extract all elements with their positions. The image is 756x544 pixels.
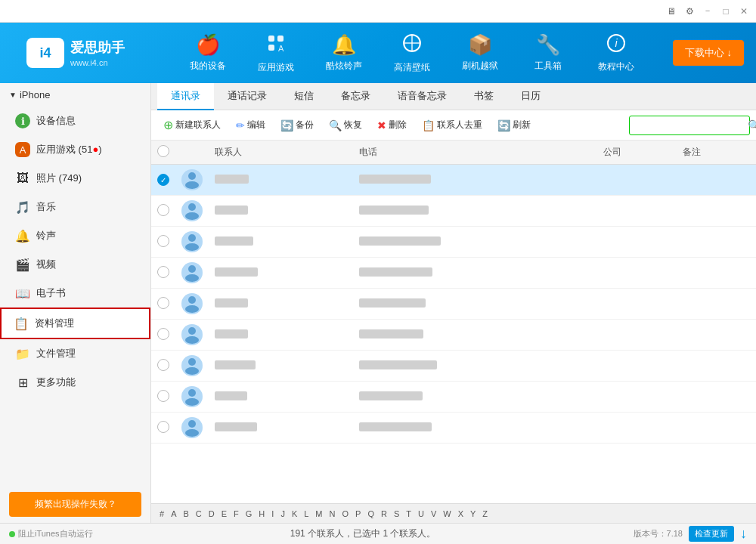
sidebar-item-app-game[interactable]: A 应用游戏 (51●) — [0, 135, 150, 164]
sidebar-item-more[interactable]: ⊞ 更多功能 — [0, 368, 150, 397]
restore-icon: 🔍 — [329, 119, 342, 131]
maximize-icon[interactable]: □ — [720, 5, 732, 17]
row-checkbox[interactable] — [157, 421, 169, 433]
row-checkbox[interactable] — [157, 266, 169, 278]
alpha-char[interactable]: R — [379, 508, 389, 519]
tab-bookmarks[interactable]: 书签 — [460, 83, 507, 110]
alpha-char[interactable]: L — [302, 508, 311, 519]
content-area: 通讯录 通话记录 短信 备忘录 语音备忘录 书签 日历 ⊕ 新建联系人 ✏ 编辑… — [151, 83, 756, 523]
sidebar-item-ringtone[interactable]: 🔔 铃声 — [0, 221, 150, 250]
row-checkbox[interactable] — [157, 297, 169, 309]
select-all-checkbox[interactable] — [157, 145, 169, 157]
check-update-button[interactable]: 检查更新 — [689, 526, 734, 542]
tab-sms[interactable]: 短信 — [280, 83, 327, 110]
alpha-char[interactable]: Z — [480, 508, 490, 519]
nav-toolbox[interactable]: 🔧 工具箱 — [514, 26, 582, 79]
contact-company — [597, 320, 677, 351]
app-game-icon: A — [15, 142, 30, 157]
new-contact-label: 新建联系人 — [175, 119, 221, 131]
alpha-char[interactable]: B — [181, 508, 191, 519]
nav-wallpaper[interactable]: 高清壁纸 — [378, 26, 446, 79]
minimize-icon[interactable]: － — [702, 5, 714, 17]
alpha-char[interactable]: I — [269, 508, 276, 519]
select-all-header[interactable] — [151, 141, 175, 165]
tab-calendar[interactable]: 日历 — [507, 83, 554, 110]
alpha-char[interactable]: A — [169, 508, 178, 519]
row-checkbox[interactable] — [157, 359, 169, 371]
sidebar-item-music[interactable]: 🎵 音乐 — [0, 193, 150, 221]
company-header: 公司 — [597, 141, 677, 165]
alpha-char[interactable]: # — [157, 508, 166, 519]
dedup-button[interactable]: 📋 联系人去重 — [416, 116, 488, 134]
svg-point-12 — [185, 212, 199, 220]
alpha-char[interactable]: P — [353, 508, 363, 519]
contact-name: ████ — [209, 289, 353, 320]
device-info-icon: ℹ — [15, 113, 30, 128]
alpha-char[interactable]: G — [243, 508, 255, 519]
file-manage-icon: 📁 — [15, 346, 30, 361]
alpha-char[interactable]: F — [231, 508, 241, 519]
nav-ringtone[interactable]: 🔔 酷炫铃声 — [310, 26, 378, 79]
nav-tutorial-label: 教程中心 — [598, 60, 634, 73]
alpha-char[interactable]: Y — [468, 508, 478, 519]
alpha-char[interactable]: U — [416, 508, 426, 519]
sidebar-item-device-info[interactable]: ℹ 设备信息 — [0, 107, 150, 135]
nav-jailbreak[interactable]: 📦 刷机越狱 — [446, 26, 514, 79]
alpha-char[interactable]: K — [290, 508, 299, 519]
alpha-char[interactable]: S — [392, 508, 401, 519]
contact-name: ████ — [209, 196, 353, 227]
alpha-char[interactable]: C — [194, 508, 204, 519]
row-checkbox[interactable] — [157, 204, 169, 216]
troubleshoot-button[interactable]: 频繁出现操作失败？ — [9, 492, 141, 517]
sidebar-item-file-manage[interactable]: 📁 文件管理 — [0, 339, 150, 368]
sidebar-item-photos[interactable]: 🖼 照片 (749) — [0, 164, 150, 193]
tab-call-log[interactable]: 通话记录 — [214, 83, 280, 110]
wallpaper-icon — [401, 32, 423, 58]
row-checkbox[interactable] — [157, 328, 169, 340]
alpha-char[interactable]: J — [278, 508, 287, 519]
refresh-button[interactable]: 🔄 刷新 — [491, 116, 537, 134]
status-bar: 阻止iTunes自动运行 191 个联系人，已选中 1 个联系人。 版本号：7.… — [0, 523, 756, 544]
edit-label: 编辑 — [247, 119, 265, 131]
gear-icon[interactable]: ⚙ — [683, 5, 696, 17]
edit-button[interactable]: ✏ 编辑 — [230, 116, 271, 134]
nav-my-device[interactable]: 🍎 我的设备 — [174, 26, 242, 79]
tab-voice-notes[interactable]: 语音备忘录 — [384, 83, 460, 110]
restore-button[interactable]: 🔍 恢复 — [323, 116, 368, 134]
sidebar-item-data-manage[interactable]: 📋 资料管理 — [0, 308, 150, 339]
search-input[interactable] — [634, 120, 748, 131]
delete-button[interactable]: ✖ 删除 — [371, 116, 413, 134]
row-checkbox[interactable]: ✓ — [157, 174, 169, 186]
new-contact-button[interactable]: ⊕ 新建联系人 — [157, 115, 227, 135]
avatar — [181, 324, 203, 345]
alpha-char[interactable]: Q — [365, 508, 376, 519]
close-icon[interactable]: ✕ — [738, 5, 750, 17]
table-row: ✓█████████████████ — [151, 165, 756, 196]
nav-app-game[interactable]: A 应用游戏 — [242, 26, 310, 79]
monitor-icon[interactable]: 🖥 — [665, 5, 677, 17]
sidebar-item-ebook[interactable]: 📖 电子书 — [0, 279, 150, 308]
row-checkbox[interactable] — [157, 390, 169, 402]
alpha-char[interactable]: V — [429, 508, 438, 519]
alpha-char[interactable]: E — [219, 508, 229, 519]
alpha-char[interactable]: D — [206, 508, 217, 519]
download-center-button[interactable]: 下载中心 ↓ — [673, 40, 744, 66]
table-row: ███████████████ — [151, 413, 756, 444]
alpha-char[interactable]: W — [441, 508, 453, 519]
nav-bar: 🍎 我的设备 A 应用游戏 🔔 酷炫铃声 高清壁纸 📦 刷机越狱 🔧 工具箱 — [151, 26, 673, 79]
alpha-char[interactable]: T — [404, 508, 414, 519]
backup-button[interactable]: 🔄 备份 — [274, 116, 320, 134]
alpha-char[interactable]: N — [327, 508, 338, 519]
alpha-char[interactable]: M — [313, 508, 324, 519]
search-box[interactable]: 🔍 — [629, 116, 750, 135]
tab-notes[interactable]: 备忘录 — [327, 83, 384, 110]
sidebar-item-video[interactable]: 🎬 视频 — [0, 250, 150, 279]
alpha-char[interactable]: X — [456, 508, 466, 519]
row-checkbox[interactable] — [157, 235, 169, 247]
alpha-char[interactable]: H — [256, 508, 267, 519]
contact-phone: ███████████ — [353, 196, 597, 227]
tab-contacts[interactable]: 通讯录 — [157, 83, 214, 110]
sidebar: ▼ iPhone ℹ 设备信息 A 应用游戏 (51●) 🖼 照片 (749) … — [0, 83, 151, 523]
nav-tutorial[interactable]: i 教程中心 — [582, 26, 650, 79]
alpha-char[interactable]: O — [339, 508, 351, 519]
